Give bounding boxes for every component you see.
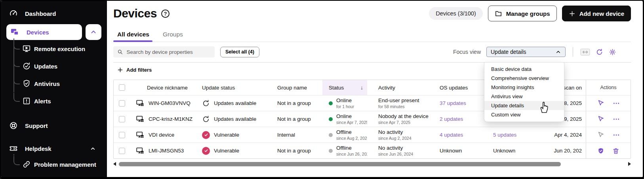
menu-item-custom-view[interactable]: Custom view (484, 110, 564, 119)
menu-item-update-details[interactable]: Update details (484, 101, 564, 110)
support-lifebuoy-icon (9, 121, 18, 130)
scan-date-cell: Apr 4, 2024 (534, 132, 586, 138)
col-activity[interactable]: Activity (367, 85, 433, 91)
update-status-cell: Updates available (196, 99, 271, 107)
page-title: Devices (113, 7, 157, 20)
table-row[interactable]: VDI device Vulnerable Internal Offlinesi… (114, 127, 631, 143)
sidebar-item-problem-management[interactable]: Problem management (1, 156, 107, 173)
shield-check-icon[interactable] (597, 147, 604, 154)
select-all-checkbox[interactable] (114, 84, 130, 91)
tab-all-devices[interactable]: All devices (117, 31, 149, 38)
scroll-right-arrow[interactable] (628, 162, 631, 166)
row-checkbox[interactable] (114, 116, 130, 122)
activity-label: End-user present (378, 97, 433, 104)
col-group-name[interactable]: Group name (271, 85, 322, 91)
device-nickname: LMI-JMSGN53 (149, 148, 184, 154)
update-status-label: Vulnerable (214, 132, 239, 138)
remote-control-icon[interactable] (597, 115, 605, 123)
remote-execution-icon (22, 44, 31, 53)
trash-icon[interactable] (612, 147, 619, 154)
sidebar-item-label: Alerts (34, 98, 51, 105)
sidebar-item-dashboard[interactable]: Dashboard (1, 6, 107, 21)
sidebar-item-remote-execution[interactable]: Remote execution (1, 40, 107, 57)
manage-groups-button[interactable]: Manage groups (488, 6, 557, 21)
updates-available-icon (202, 99, 210, 107)
status-cell: Offlinesince Aug 2, 2024 (322, 127, 367, 143)
update-status-cell: Updates available (196, 115, 271, 123)
row-checkbox[interactable] (114, 132, 130, 138)
col-update-status[interactable]: Update status (196, 85, 271, 91)
helpdesk-collapse-icon[interactable] (90, 146, 96, 152)
sidebar-item-label: Dashboard (25, 10, 56, 17)
scrollbar-thumb[interactable] (119, 162, 561, 166)
sidebar-item-label: Remote execution (34, 46, 85, 52)
status-label: Online (336, 97, 354, 104)
search-input[interactable] (126, 49, 211, 55)
scroll-left-arrow[interactable] (113, 162, 116, 166)
add-new-device-button[interactable]: Add new device (562, 6, 631, 21)
sidebar: Dashboard Devices Remote execution Updat… (1, 1, 107, 177)
sidebar-item-label: Antivirus (34, 80, 60, 87)
updates-icon (22, 62, 31, 70)
devices-collapse-button[interactable] (86, 24, 101, 40)
col-actions: Actions (586, 80, 631, 95)
horizontal-scrollbar (113, 161, 631, 167)
sidebar-item-label: Updates (34, 63, 57, 70)
select-all-button[interactable]: Select all (4) (220, 47, 259, 57)
sidebar-item-support[interactable]: Support (1, 118, 107, 133)
col-os-updates[interactable]: OS updates (433, 85, 487, 91)
add-new-device-label: Add new device (579, 10, 624, 17)
table-row[interactable]: LMI-JMSGN53 Vulnerable Not in a group Of… (114, 143, 631, 158)
activity-cell: No activitysince Jun 26, 2024 (367, 145, 433, 157)
group-name-cell: Not in a group (271, 116, 322, 122)
os-updates-link[interactable]: 4 updates (433, 132, 487, 138)
os-updates-cell: Unknown (433, 148, 487, 154)
status-label: Offline (336, 145, 367, 151)
fit-columns-icon (580, 48, 590, 56)
activity-label: No activity (378, 129, 433, 135)
more-options-icon[interactable] (613, 116, 620, 123)
os-updates-link[interactable]: 2 updates (433, 116, 487, 122)
col-device-nickname[interactable]: Device nickname (130, 85, 196, 91)
focus-view-select[interactable]: Update details (486, 47, 566, 57)
row-checkbox[interactable] (114, 100, 130, 107)
sidebar-spacer (1, 110, 107, 118)
sort-descending-icon[interactable]: ↓ (360, 84, 363, 91)
row-checkbox[interactable] (114, 148, 130, 154)
refresh-icon[interactable] (596, 48, 603, 56)
status-sub-label: since Jun 26, 2024 (336, 152, 367, 156)
more-options-icon[interactable] (613, 100, 620, 107)
sidebar-item-devices[interactable]: Devices (6, 24, 82, 40)
menu-item-comprehensive-overview[interactable]: Comprehensive overview (484, 74, 564, 83)
helpdesk-subtree: Problem management (1, 156, 107, 173)
menu-item-antivirus-view[interactable]: Antivirus view (484, 92, 564, 101)
add-filters-button[interactable]: Add filters (117, 67, 152, 73)
status-dot-offline (329, 149, 333, 153)
focus-view-menu: Basic device data Comprehensive overview… (484, 62, 564, 122)
col-status-sorted[interactable]: Status ↓ (322, 80, 367, 95)
update-status-cell: Vulnerable (196, 147, 271, 155)
sidebar-item-alerts[interactable]: Alerts (1, 92, 107, 110)
group-name-cell: Internal (271, 132, 322, 138)
app-updates-cell: Unknown (487, 148, 534, 154)
remote-control-icon[interactable] (597, 99, 605, 107)
update-status-label: Updates available (214, 116, 256, 122)
tab-groups[interactable]: Groups (163, 31, 183, 38)
sidebar-item-helpdesk[interactable]: Helpdesk (1, 141, 107, 156)
app-updates-link[interactable]: 5 updates (487, 132, 534, 138)
more-options-icon[interactable] (613, 131, 620, 139)
status-dot-online (329, 101, 333, 105)
sidebar-item-antivirus[interactable]: Antivirus (1, 75, 107, 92)
sidebar-item-label: Devices (27, 29, 49, 36)
gear-icon[interactable] (609, 48, 616, 56)
status-sub-label: since Apr 7, 2025 (336, 120, 367, 125)
toolbar: Select all (4) Focus view Update details (113, 46, 631, 57)
sidebar-item-updates[interactable]: Updates (1, 57, 107, 75)
help-icon[interactable]: ? (161, 10, 170, 18)
folder-icon (495, 10, 502, 17)
dashboard-gauge-icon (9, 9, 18, 18)
os-updates-link[interactable]: 37 updates (433, 100, 487, 106)
menu-item-monitoring-insights[interactable]: Monitoring insights (484, 83, 564, 92)
scrollbar-track[interactable] (118, 162, 626, 166)
menu-item-basic-device-data[interactable]: Basic device data (484, 65, 564, 74)
